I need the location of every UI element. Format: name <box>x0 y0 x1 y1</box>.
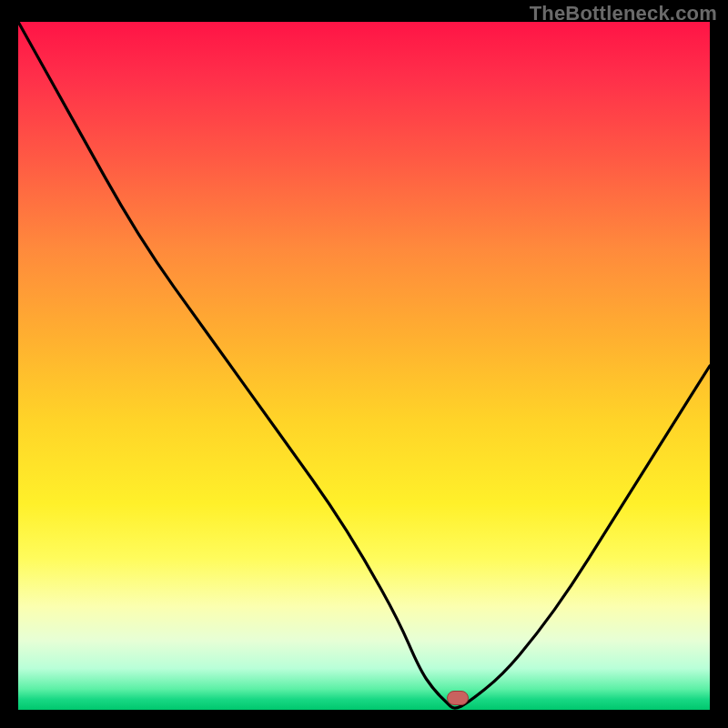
optimal-point-marker <box>447 691 469 705</box>
curve-path <box>18 22 710 708</box>
chart-frame: TheBottleneck.com <box>0 0 728 728</box>
bottleneck-curve <box>18 22 710 710</box>
plot-area <box>18 22 710 710</box>
